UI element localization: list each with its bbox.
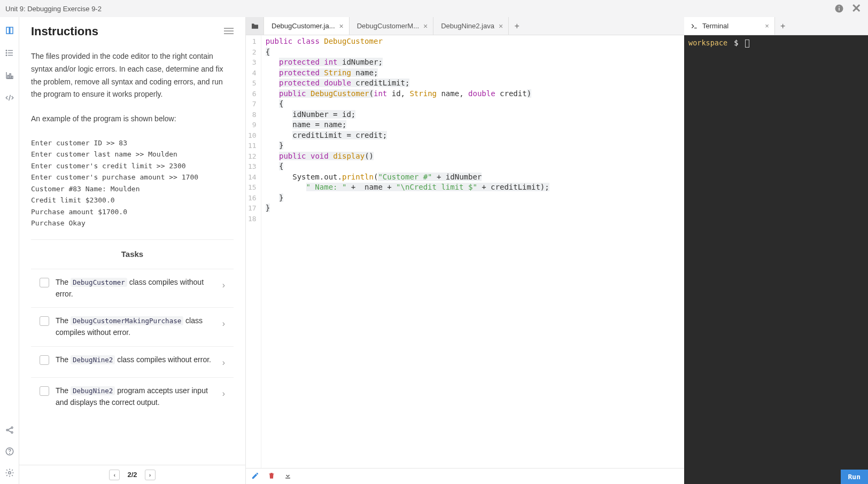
editor-tab-label: DebugCustomer.ja...	[272, 22, 335, 30]
editor-pane: DebugCustomer.ja...×DebugCustomerM...×De…	[246, 17, 684, 484]
task-row[interactable]: The DebugCustomer class compiles without…	[31, 269, 234, 307]
close-tab-icon[interactable]: ×	[499, 22, 503, 30]
share-icon[interactable]	[4, 424, 15, 436]
svg-line-18	[8, 428, 11, 430]
task-row[interactable]: The DebugNine2 program accepts user inpu…	[31, 377, 234, 416]
editor-tab[interactable]: DebugCustomer.ja...×	[264, 17, 350, 35]
titlebar: Unit 9: Debugging Exercise 9-2 ✕	[0, 0, 868, 17]
add-tab-button[interactable]: +	[509, 17, 525, 35]
run-button[interactable]: Run	[841, 470, 868, 484]
book-icon[interactable]	[4, 25, 15, 36]
instructions-body-text: The files provided in the code editor to…	[31, 50, 234, 101]
info-icon[interactable]	[833, 2, 846, 15]
close-icon[interactable]: ✕	[850, 2, 863, 15]
task-row[interactable]: The DebugCustomerMakingPurchase class co…	[31, 307, 234, 346]
task-checkbox[interactable]	[40, 316, 49, 326]
svg-rect-13	[11, 76, 12, 79]
svg-point-8	[6, 55, 7, 56]
editor-footer	[246, 468, 684, 484]
list-icon[interactable]	[4, 47, 15, 59]
edit-icon[interactable]	[251, 472, 259, 481]
terminal-body[interactable]: workspace $ Run	[684, 35, 868, 484]
svg-point-21	[9, 453, 10, 454]
instructions-heading: Instructions	[31, 25, 98, 38]
task-text: The DebugCustomerMakingPurchase class co…	[56, 315, 216, 338]
trash-icon[interactable]	[268, 472, 275, 481]
svg-point-15	[6, 430, 8, 431]
terminal-cursor	[745, 40, 749, 48]
terminal-pane: Terminal × + workspace $ Run	[684, 17, 868, 484]
code-icon[interactable]	[4, 92, 15, 104]
sidebar-rail	[0, 17, 19, 484]
download-icon[interactable]	[284, 472, 292, 481]
instructions-panel: Instructions The files provided in the c…	[19, 17, 246, 484]
editor-tab[interactable]: DebugNine2.java×	[433, 17, 509, 35]
terminal-prompt-workspace: workspace	[688, 38, 727, 47]
example-title: An example of the program is shown below…	[31, 113, 234, 126]
task-checkbox[interactable]	[40, 355, 49, 365]
editor-tab-label: DebugNine2.java	[441, 22, 494, 30]
svg-point-7	[6, 52, 7, 53]
hamburger-icon[interactable]	[224, 27, 234, 36]
editor-tab-bar: DebugCustomer.ja...×DebugCustomerM...×De…	[246, 17, 684, 35]
svg-point-6	[6, 50, 7, 51]
task-text: The DebugCustomer class compiles without…	[56, 277, 216, 300]
close-tab-icon[interactable]: ×	[423, 22, 428, 30]
editor-tab[interactable]: DebugCustomerM...×	[350, 17, 434, 35]
code-editor[interactable]: 123456789101112131415161718 public class…	[246, 35, 684, 468]
gear-icon[interactable]	[4, 467, 15, 479]
add-terminal-tab-button[interactable]: +	[775, 17, 791, 35]
svg-rect-2	[839, 6, 840, 7]
close-tab-icon[interactable]: ×	[339, 22, 344, 30]
svg-line-19	[8, 431, 11, 432]
editor-tab-label: DebugCustomerM...	[357, 22, 419, 30]
folder-icon[interactable]	[246, 17, 264, 35]
svg-point-17	[11, 432, 13, 433]
svg-point-16	[11, 427, 13, 428]
svg-point-22	[8, 472, 11, 474]
terminal-tab[interactable]: Terminal ×	[684, 17, 775, 35]
svg-rect-1	[839, 8, 840, 11]
chevron-right-icon[interactable]: ›	[222, 385, 225, 401]
close-terminal-tab-icon[interactable]: ×	[765, 22, 769, 30]
page-indicator: 2/2	[127, 471, 137, 479]
task-checkbox[interactable]	[40, 386, 49, 396]
chevron-right-icon[interactable]: ›	[222, 277, 225, 292]
terminal-tab-bar: Terminal × +	[684, 17, 868, 35]
task-text: The DebugNine2 program accepts user inpu…	[56, 385, 216, 408]
help-icon[interactable]	[4, 446, 15, 457]
next-page-button[interactable]: ›	[145, 470, 156, 480]
chart-icon[interactable]	[4, 69, 15, 81]
task-row[interactable]: The DebugNine2 class compiles without er…	[31, 346, 234, 377]
tasks-heading: Tasks	[31, 239, 234, 269]
prev-page-button[interactable]: ‹	[109, 470, 120, 480]
sample-output: Enter customer ID >> 83 Enter customer l…	[31, 133, 234, 240]
task-checkbox[interactable]	[40, 278, 49, 287]
chevron-right-icon[interactable]: ›	[222, 354, 225, 370]
svg-rect-12	[10, 74, 11, 79]
window-title: Unit 9: Debugging Exercise 9-2	[5, 5, 102, 13]
svg-line-14	[9, 95, 10, 101]
chevron-right-icon[interactable]: ›	[222, 315, 225, 331]
terminal-tab-label: Terminal	[702, 22, 728, 30]
svg-rect-11	[7, 75, 9, 79]
instructions-pager: ‹ 2/2 ›	[19, 465, 245, 484]
terminal-prompt-symbol: $	[734, 38, 738, 47]
task-text: The DebugNine2 class compiles without er…	[56, 354, 216, 366]
